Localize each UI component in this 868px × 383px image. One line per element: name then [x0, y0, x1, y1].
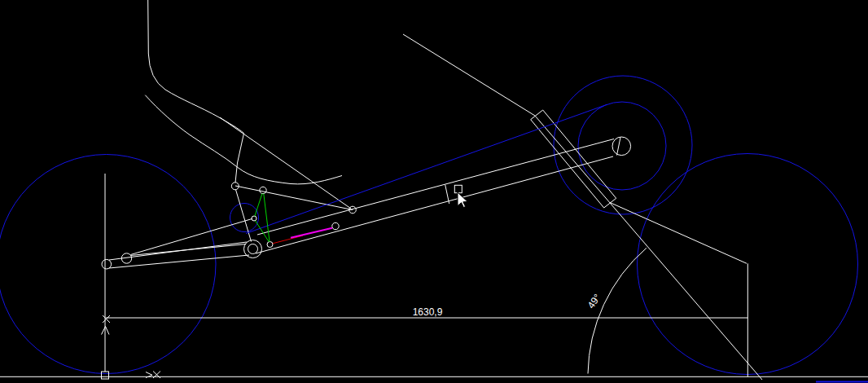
cad-application-window: 1630,949° [0, 0, 868, 383]
crank-arm-red-line [273, 236, 303, 244]
seat-post-line [236, 190, 252, 242]
pedal-arm-magenta-line [291, 228, 332, 238]
rear-hub-cap-chord-line [617, 138, 621, 156]
seat-back-curve [148, 0, 244, 183]
dim-arrow-chevron2 [106, 327, 110, 335]
tube-segment-joint-line [445, 185, 449, 204]
rear-hub-circle [612, 137, 631, 156]
steering-angle-label: 49° [585, 292, 603, 310]
head-tube-cap-bottom-line [604, 198, 616, 208]
head-tube-side1-line [531, 120, 604, 208]
seat-joint-b-circle [260, 187, 266, 193]
cursor-pick-box [454, 185, 462, 192]
idler-inner-circle [578, 102, 666, 190]
main-tube-lower-line [256, 156, 613, 253]
ground-marker-arrow1 [146, 372, 152, 376]
rear-fork-line [610, 203, 747, 264]
steering-angle-arc [588, 248, 647, 373]
front-wheel-circle [0, 155, 216, 374]
main-tube-upper-line [257, 139, 614, 236]
idler-outer-circle [554, 76, 692, 214]
front-hub-circle [102, 259, 112, 269]
tiller-line [403, 34, 535, 116]
mouse-cursor [458, 192, 467, 208]
seat-pan-curve [145, 95, 342, 184]
crank-link-green-line-2 [256, 221, 270, 242]
seat-strut-line [220, 117, 351, 209]
cad-drawing-canvas[interactable]: 1630,949° [0, 0, 868, 383]
origin-point-square [102, 372, 109, 379]
pedal-joint-g-circle [332, 222, 339, 229]
crank-link-green-line-1 [255, 194, 262, 217]
chain-line [246, 104, 607, 233]
wheelbase-dimension-label: 1630,9 [413, 306, 443, 318]
crank-joint-f-circle [267, 242, 273, 248]
bottom-bracket-inner-circle [248, 244, 258, 254]
link-joint-d-circle [252, 216, 256, 221]
